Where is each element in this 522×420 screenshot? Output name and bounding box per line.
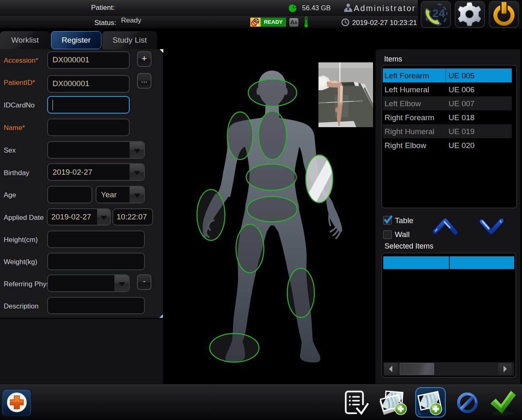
- svg-text:24: 24: [432, 7, 445, 20]
